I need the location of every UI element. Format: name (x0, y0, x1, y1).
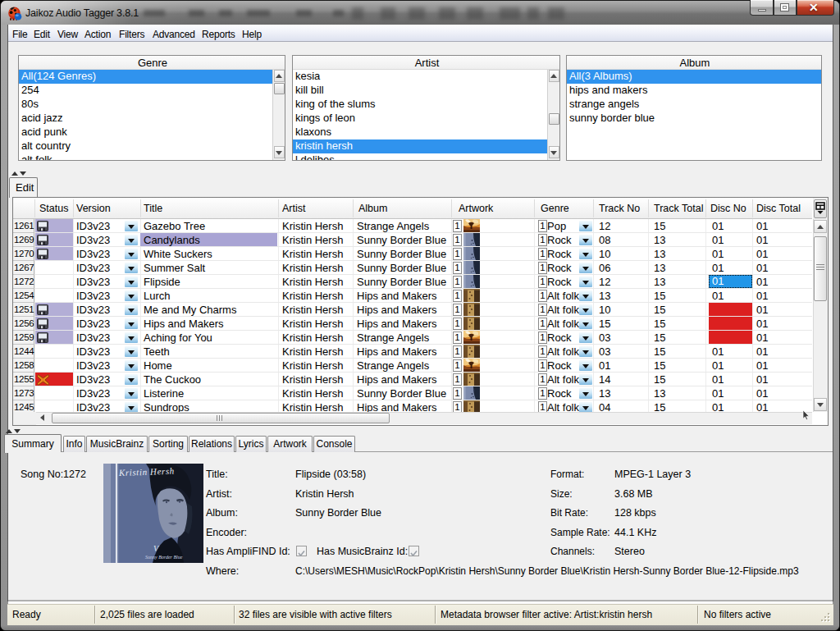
svg-text:Kristin Hersh: Kristin Hersh (118, 466, 175, 478)
svg-text:Sunny Border Blue: Sunny Border Blue (145, 555, 183, 560)
